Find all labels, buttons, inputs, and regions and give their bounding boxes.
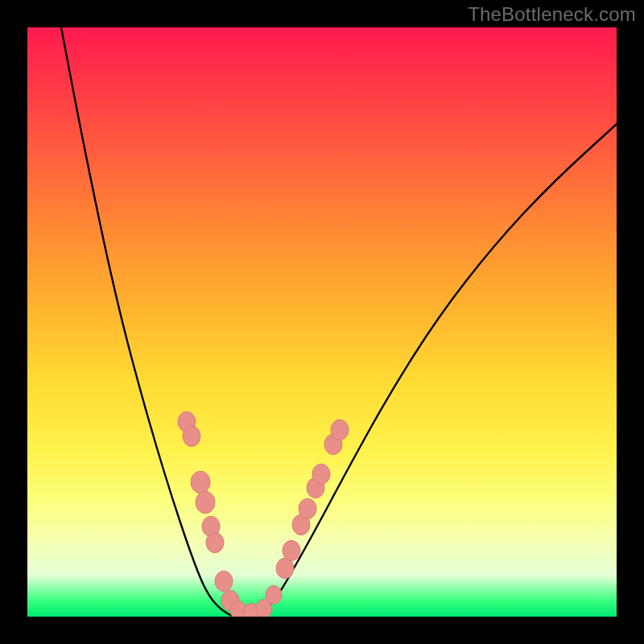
curve-bead	[312, 464, 330, 484]
curve-bead	[206, 532, 224, 552]
chart-frame: TheBottleneck.com	[0, 0, 644, 644]
curve-bead	[331, 419, 349, 440]
plot-area	[27, 27, 617, 617]
curve-bead	[196, 491, 215, 514]
curve-bead	[299, 498, 316, 518]
watermark-text: TheBottleneck.com	[468, 3, 636, 26]
curve-bead	[283, 540, 300, 560]
bottleneck-curve	[61, 27, 617, 616]
chart-svg	[27, 27, 617, 617]
curve-bead	[191, 471, 210, 493]
curve-bead	[266, 586, 282, 605]
curve-bead	[183, 426, 200, 446]
curve-bead	[215, 571, 233, 591]
